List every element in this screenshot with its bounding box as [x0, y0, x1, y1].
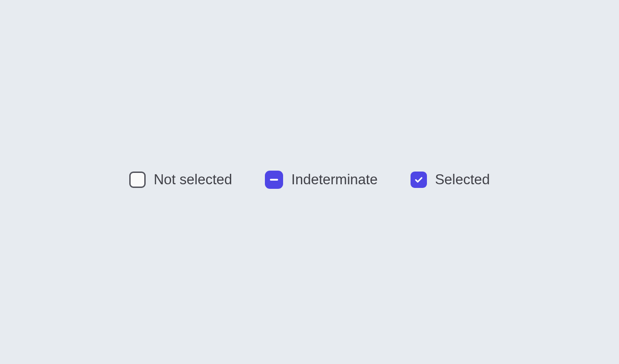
checkbox-item-not-selected: Not selected	[129, 172, 232, 188]
checkbox-item-selected: Selected	[411, 172, 490, 188]
checkbox-group: Not selected Indeterminate Selected	[129, 171, 490, 189]
checkbox-item-indeterminate: Indeterminate	[265, 171, 378, 189]
checkbox-indeterminate[interactable]	[265, 171, 283, 189]
checkbox-label-indeterminate[interactable]: Indeterminate	[291, 172, 378, 188]
checkbox-label-not-selected[interactable]: Not selected	[154, 172, 232, 188]
checkbox-label-selected[interactable]: Selected	[435, 172, 490, 188]
check-icon	[414, 175, 424, 185]
minus-icon	[270, 179, 278, 181]
checkbox-selected[interactable]	[411, 172, 427, 188]
checkbox-not-selected[interactable]	[129, 172, 146, 188]
